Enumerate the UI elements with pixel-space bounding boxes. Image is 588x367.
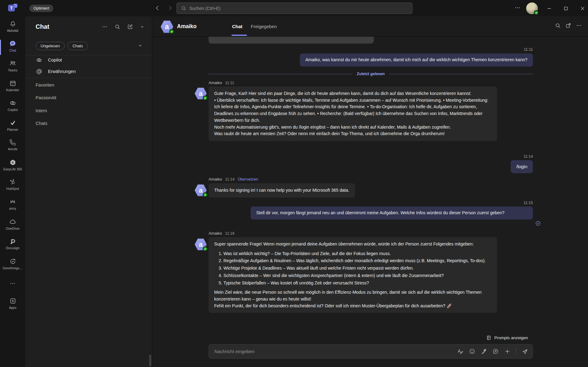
docusign-icon: [9, 238, 16, 245]
rail-item-calendar[interactable]: Kalender: [0, 76, 25, 96]
copilot-icon: [36, 57, 42, 63]
people-icon: [9, 60, 16, 67]
list-item: Was ist wirklich wichtig? – Die Top-Prio…: [223, 250, 491, 257]
user-message-login[interactable]: /login: [511, 160, 533, 173]
hexagon-e-icon: E: [9, 159, 16, 166]
global-search[interactable]: [176, 2, 413, 14]
show-prompts-button[interactable]: Prompts anzeigen: [486, 335, 528, 340]
section-favorites[interactable]: Favoriten: [36, 83, 54, 87]
window-minimize-button[interactable]: [545, 4, 553, 12]
rail-item-chat[interactable]: Chat: [0, 36, 25, 56]
list-item-label: Copilot: [48, 58, 62, 62]
rail-item-copilot[interactable]: Copilot: [0, 96, 25, 115]
window-maximize-button[interactable]: [561, 4, 570, 12]
section-chats[interactable]: Chats: [36, 121, 47, 126]
bot-verified-icon: [203, 192, 208, 197]
rail-more-apps-icon[interactable]: [0, 274, 25, 293]
list-item-copilot[interactable]: Copilot: [25, 54, 152, 66]
rail-label: Teams: [8, 68, 18, 72]
list-item: Schlüsselkontakte – Wer sind die wichtig…: [223, 272, 491, 279]
message-composer[interactable]: [209, 344, 533, 359]
filters-chevron-icon[interactable]: [138, 43, 143, 48]
conversation-more-icon[interactable]: [576, 23, 582, 28]
rail-label: Aktivität: [7, 29, 19, 32]
filter-unread-pill[interactable]: Ungelesen: [36, 42, 65, 50]
rail-item-approvals[interactable]: Genehmigu…: [0, 254, 25, 274]
conversation-avatar[interactable]: a: [161, 20, 173, 33]
rail-label: Anrufe: [8, 147, 18, 151]
message-text: Mein Ziel wäre, die neue Person so schne…: [214, 289, 491, 302]
bot-message[interactable]: Thanks for signing in! I can now help yo…: [209, 183, 355, 198]
timestamp: 11:11: [524, 47, 533, 52]
composer-divider: [516, 348, 516, 355]
rewrite-wand-icon[interactable]: [481, 348, 487, 355]
message-text: Noch mehr Automatisierung gibt’s, wenn d…: [214, 124, 491, 131]
window-close-button[interactable]: [578, 4, 587, 12]
format-icon[interactable]: [457, 348, 464, 355]
rail-item-easylife[interactable]: E EasyLife 365: [0, 155, 25, 175]
open-in-window-icon[interactable]: [565, 23, 571, 28]
chat-filter-search-icon[interactable]: [115, 24, 120, 30]
search-icon: [181, 6, 186, 11]
list-item: Regelmäßige Aufgaben & Routinen – Was tä…: [223, 258, 491, 264]
attach-plus-icon[interactable]: [504, 348, 511, 355]
emoji-icon[interactable]: [469, 348, 475, 355]
scrollbar-thumb[interactable]: [149, 355, 151, 366]
app-rail: Aktivität Chat Teams Kalender Copilot Pl…: [0, 16, 25, 367]
conversation-header: a Amaiko Chat Freigegeben: [152, 16, 588, 36]
phone-icon: [9, 139, 16, 146]
new-chat-icon[interactable]: [127, 24, 133, 30]
message-text: • Überblick verschaffen: Ich fasse dir w…: [214, 97, 491, 124]
new-chat-chevron-icon[interactable]: [140, 24, 145, 29]
title-bar: T Optimiert: [0, 0, 588, 16]
rail-item-activity[interactable]: Aktivität: [0, 16, 25, 36]
rail-label: anny: [9, 207, 16, 210]
filter-chats-pill[interactable]: Chats: [67, 42, 88, 50]
section-intern[interactable]: Intern: [36, 108, 47, 113]
list-item: Typische Stolperfallen – Was kostet oft …: [223, 280, 491, 287]
rail-label: Planner: [7, 128, 18, 131]
user-message[interactable]: Amaiko, was kannst du mir heute abnehmen…: [300, 53, 533, 66]
bot-avatar: a: [195, 87, 207, 100]
tab-chat[interactable]: Chat: [232, 24, 242, 29]
rail-item-calls[interactable]: Anrufe: [0, 135, 25, 155]
forward-icon[interactable]: [166, 5, 173, 11]
sender-row: Amaiko 11:14 Übersetzen: [209, 177, 258, 181]
prompts-book-icon: [486, 335, 491, 340]
more-options-icon[interactable]: [514, 5, 521, 11]
conversation-search-icon[interactable]: [555, 23, 561, 28]
bot-verified-icon: [169, 29, 174, 34]
tab-shared[interactable]: Freigegeben: [251, 24, 277, 29]
message-input[interactable]: [214, 349, 457, 354]
search-input[interactable]: [189, 6, 408, 11]
rail-item-anny[interactable]: anny: [0, 194, 25, 214]
translate-link[interactable]: Übersetzen: [238, 177, 258, 181]
teams-window: T Optimiert: [0, 0, 588, 367]
rail-item-hubspot[interactable]: HubSpot: [0, 175, 25, 194]
divider: [25, 78, 152, 78]
chat-list-more-icon[interactable]: [102, 24, 108, 30]
message-text: Was raubt dir heute am meisten Zeit? Ode…: [214, 130, 491, 137]
show-prompts-label: Prompts anzeigen: [494, 335, 528, 340]
sender-row: Amaiko 11:16: [209, 231, 235, 236]
rail-item-apps[interactable]: Apps: [0, 293, 25, 313]
profile-avatar[interactable]: [526, 2, 538, 14]
bot-message[interactable]: Super spannende Frage! Wenn morgen jeman…: [209, 237, 497, 313]
rail-item-planner[interactable]: Planner: [0, 115, 25, 135]
loop-component-icon[interactable]: [492, 348, 499, 355]
rail-item-teams[interactable]: Teams: [0, 56, 25, 76]
rail-item-onedrive[interactable]: OneDrive: [0, 214, 25, 234]
list-item-mentions[interactable]: Erwähnungen: [25, 66, 152, 77]
send-icon[interactable]: [521, 348, 528, 355]
rail-item-docusign[interactable]: Docusign: [0, 234, 25, 254]
optimized-badge: Optimiert: [29, 5, 53, 12]
back-icon[interactable]: [154, 5, 161, 11]
message-text: Gute Frage, Karl! Hier sind ein paar Din…: [214, 90, 491, 97]
section-passion4it[interactable]: Passion4it: [36, 95, 56, 100]
partial-message-bubble: [209, 36, 374, 44]
sender-name: Amaiko: [209, 80, 222, 85]
planner-check-icon: [9, 119, 16, 126]
bot-message[interactable]: Gute Frage, Karl! Hier sind ein paar Din…: [209, 87, 497, 141]
timestamp: 11:16: [225, 231, 234, 236]
user-message[interactable]: Stell dir vor, morgen fängt jemand neu a…: [251, 207, 533, 220]
